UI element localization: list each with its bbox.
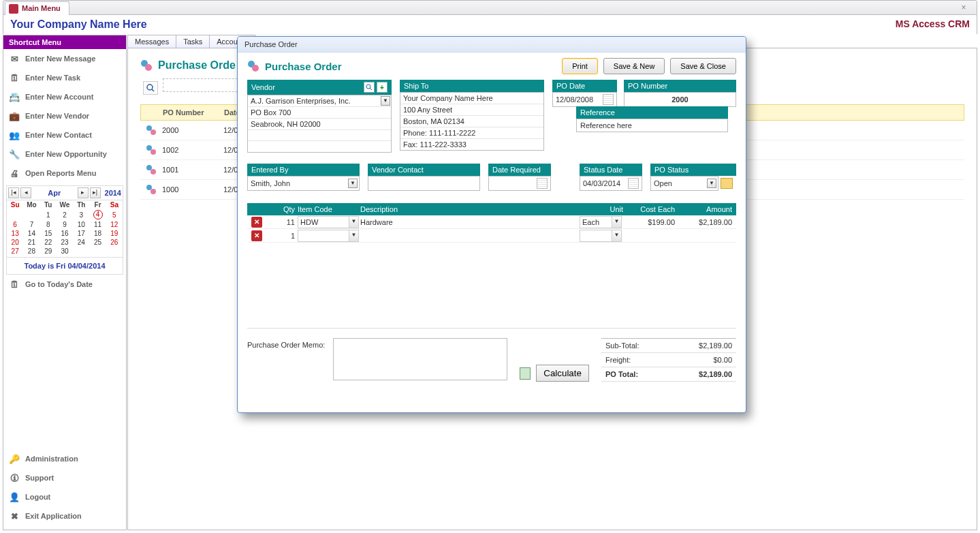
- svg-point-1: [145, 64, 152, 71]
- sidebar-item-6[interactable]: 🖨Open Reports Menu: [3, 164, 126, 183]
- dropdown-icon[interactable]: ▼: [612, 217, 621, 228]
- vendor-contact-input[interactable]: [368, 176, 480, 191]
- status-date-input[interactable]: 04/03/2014: [580, 176, 642, 191]
- calendar-day[interactable]: 19: [106, 229, 123, 238]
- vendor-search-button[interactable]: [364, 82, 375, 93]
- window-tab-main[interactable]: Main Menu: [5, 1, 69, 15]
- entered-by-select[interactable]: Smith, John ▼: [247, 176, 360, 191]
- calendar-day[interactable]: 5: [106, 209, 123, 220]
- calendar-day[interactable]: 6: [7, 220, 23, 229]
- calendar-day[interactable]: 7: [23, 220, 39, 229]
- sidebar-item-5[interactable]: 🔧Enter New Opportunity: [3, 144, 126, 164]
- item-cost[interactable]: $199.00: [623, 218, 675, 226]
- print-button[interactable]: Print: [562, 58, 598, 74]
- shipto-line[interactable]: Your Company Name Here: [400, 93, 543, 104]
- calendar-day[interactable]: 27: [7, 247, 23, 256]
- vendor-line[interactable]: Seabrook, NH 02000: [248, 119, 391, 130]
- dropdown-icon[interactable]: ▼: [349, 217, 358, 228]
- sidebar-bottom-1[interactable]: 🛈Support: [3, 468, 126, 487]
- window-close-button[interactable]: ×: [955, 3, 973, 12]
- calendar-picker-icon[interactable]: [537, 178, 548, 189]
- status-folder-button[interactable]: [721, 178, 733, 189]
- po-date-input[interactable]: 12/08/2008: [552, 92, 617, 107]
- item-code-select[interactable]: ▼: [298, 230, 359, 242]
- tab-messages[interactable]: Messages: [127, 35, 176, 48]
- calendar-day[interactable]: 28: [23, 247, 39, 256]
- calendar-day[interactable]: 13: [7, 229, 23, 238]
- sidebar-bottom-2[interactable]: 👤Logout: [3, 487, 126, 506]
- calendar-next-year-button[interactable]: ▸|: [90, 187, 101, 198]
- memo-input[interactable]: [333, 338, 507, 380]
- calendar-day[interactable]: 22: [40, 238, 57, 247]
- calendar-day[interactable]: 24: [73, 238, 89, 247]
- calendar-day[interactable]: 9: [57, 220, 73, 229]
- sidebar-item-0[interactable]: ✉Enter New Message: [3, 49, 126, 68]
- calendar-day[interactable]: 14: [23, 229, 39, 238]
- calendar-day[interactable]: 15: [40, 229, 57, 238]
- calendar-day[interactable]: 18: [89, 229, 106, 238]
- sidebar-item-4[interactable]: 👥Enter New Contact: [3, 125, 126, 144]
- dropdown-icon[interactable]: ▼: [612, 230, 621, 241]
- svg-line-3: [152, 89, 154, 91]
- vendor-line[interactable]: [248, 130, 391, 141]
- shipto-line[interactable]: Phone: 111-111-2222: [400, 127, 543, 139]
- calendar-day[interactable]: 10: [73, 220, 89, 229]
- delete-row-button[interactable]: ✕: [251, 217, 262, 228]
- item-unit-select[interactable]: ▼: [580, 230, 622, 242]
- sidebar-bottom-0[interactable]: 🔑Administration: [3, 449, 126, 468]
- sidebar-bottom-3[interactable]: ✖Exit Application: [3, 506, 126, 526]
- calendar-day[interactable]: 20: [7, 238, 23, 247]
- calendar-next-month-button[interactable]: ▸: [78, 187, 89, 198]
- tab-tasks[interactable]: Tasks: [176, 35, 210, 48]
- save-close-button[interactable]: Save & Close: [670, 58, 736, 74]
- po-number-input[interactable]: 2000: [624, 92, 736, 107]
- po-status-select[interactable]: Open ▼: [650, 176, 718, 191]
- goto-today-button[interactable]: 🗓 Go to Today's Date: [3, 275, 126, 294]
- calendar-day[interactable]: 3: [73, 209, 89, 220]
- item-code-select[interactable]: HDW▼: [298, 216, 359, 228]
- item-qty[interactable]: 1: [266, 232, 298, 240]
- dropdown-icon[interactable]: ▼: [348, 179, 358, 188]
- sidebar-item-2[interactable]: 📇Enter New Account: [3, 87, 126, 106]
- dropdown-icon[interactable]: ▼: [707, 179, 716, 188]
- save-new-button[interactable]: Save & New: [603, 58, 665, 74]
- calendar-day[interactable]: 29: [40, 247, 57, 256]
- calendar-picker-icon[interactable]: [603, 94, 614, 105]
- calculate-button[interactable]: Calculate: [536, 365, 589, 382]
- vendor-line[interactable]: [248, 141, 391, 152]
- calendar-day[interactable]: 4: [89, 209, 106, 220]
- reference-input[interactable]: Reference here: [576, 119, 728, 132]
- item-qty[interactable]: 11: [266, 218, 298, 226]
- calendar-day[interactable]: 11: [89, 220, 106, 229]
- calendar-day[interactable]: 21: [23, 238, 39, 247]
- vendor-add-button[interactable]: +: [377, 82, 388, 93]
- calendar-day[interactable]: 26: [106, 238, 123, 247]
- calendar-prev-year-button[interactable]: |◂: [8, 187, 19, 198]
- calendar-day[interactable]: 8: [40, 220, 57, 229]
- shipto-line[interactable]: Boston, MA 02134: [400, 116, 543, 127]
- calendar-picker-icon[interactable]: [628, 178, 639, 189]
- calendar-day[interactable]: 16: [57, 229, 73, 238]
- dropdown-icon[interactable]: ▼: [381, 96, 390, 106]
- calendar-day[interactable]: 2: [57, 209, 73, 220]
- shipto-line[interactable]: Fax: 111-222-3333: [400, 139, 543, 150]
- calendar-day[interactable]: 23: [57, 238, 73, 247]
- item-unit-select[interactable]: Each▼: [580, 216, 622, 228]
- shipto-line[interactable]: 100 Any Street: [400, 104, 543, 116]
- calendar-day[interactable]: 12: [106, 220, 123, 229]
- date-required-input[interactable]: [488, 176, 551, 191]
- sidebar-item-3[interactable]: 💼Enter New Vendor: [3, 106, 126, 125]
- calendar-prev-month-button[interactable]: ◂: [20, 187, 31, 198]
- vendor-line[interactable]: PO Box 700: [248, 107, 391, 119]
- calendar-day[interactable]: 30: [57, 247, 73, 256]
- dropdown-icon[interactable]: ▼: [349, 230, 358, 241]
- delete-row-button[interactable]: ✕: [251, 230, 262, 241]
- item-desc[interactable]: Hardware: [360, 218, 580, 226]
- search-button[interactable]: [143, 81, 158, 95]
- sidebar-item-1[interactable]: 🗓Enter New Task: [3, 68, 126, 87]
- vendor-line[interactable]: A.J. Garrison Enterprises, Inc.▼: [248, 95, 391, 107]
- calendar-day[interactable]: 1: [40, 209, 57, 220]
- brand-bar: Your Company Name Here MS Access CRM: [3, 15, 977, 34]
- calendar-day[interactable]: 25: [89, 238, 106, 247]
- calendar-day[interactable]: 17: [73, 229, 89, 238]
